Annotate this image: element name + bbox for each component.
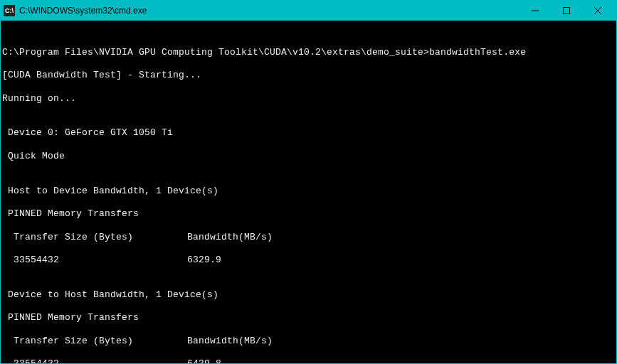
svg-rect-1 — [564, 8, 570, 14]
minimize-button[interactable] — [520, 1, 551, 21]
minimize-icon — [532, 7, 539, 14]
table-row: 335544326439.8 — [2, 358, 616, 363]
maximize-button[interactable] — [551, 1, 582, 21]
table-row: 335544326329.9 — [2, 255, 616, 266]
terminal-output[interactable]: C:\Program Files\NVIDIA GPU Computing To… — [1, 21, 616, 363]
transfer-size-value: 33554432 — [2, 255, 187, 266]
window-title: C:\WINDOWS\system32\cmd.exe — [19, 6, 520, 16]
close-icon — [594, 7, 601, 14]
output-line: Quick Mode — [2, 151, 616, 162]
maximize-icon — [563, 7, 570, 14]
output-line: Host to Device Bandwidth, 1 Device(s) — [2, 186, 616, 197]
table-header: Transfer Size (Bytes)Bandwidth(MB/s) — [2, 232, 616, 243]
window-controls — [520, 1, 613, 21]
command-text: bandwidthTest.exe — [429, 47, 526, 58]
bandwidth-value: 6439.8 — [187, 358, 616, 363]
output-line: PINNED Memory Transfers — [2, 312, 616, 323]
cmd-icon: C:\ — [4, 5, 15, 16]
col-bandwidth: Bandwidth(MB/s) — [187, 336, 616, 347]
output-line: [CUDA Bandwidth Test] - Starting... — [2, 70, 616, 81]
prompt-line: C:\Program Files\NVIDIA GPU Computing To… — [2, 47, 616, 58]
output-line: Device 0: GeForce GTX 1050 Ti — [2, 127, 616, 139]
output-line: PINNED Memory Transfers — [2, 208, 616, 220]
output-line: Device to Host Bandwidth, 1 Device(s) — [2, 289, 616, 301]
bandwidth-value: 6329.9 — [187, 255, 616, 266]
cmd-icon-text: C:\ — [5, 7, 14, 14]
window-titlebar: C:\ C:\WINDOWS\system32\cmd.exe — [1, 1, 616, 21]
transfer-size-value: 33554432 — [2, 358, 187, 363]
output-line: Running on... — [2, 93, 616, 105]
prompt-path: C:\Program Files\NVIDIA GPU Computing To… — [2, 47, 429, 58]
col-bandwidth: Bandwidth(MB/s) — [187, 232, 616, 243]
close-button[interactable] — [582, 1, 613, 21]
col-transfer-size: Transfer Size (Bytes) — [2, 336, 187, 347]
col-transfer-size: Transfer Size (Bytes) — [2, 232, 187, 243]
table-header: Transfer Size (Bytes)Bandwidth(MB/s) — [2, 336, 616, 347]
